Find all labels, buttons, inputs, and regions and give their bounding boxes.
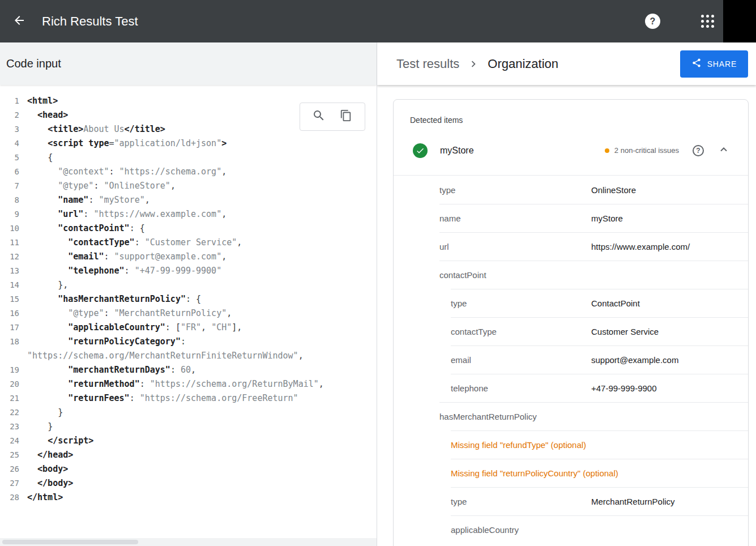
property-value: myStore [591,214,623,223]
line-number: 11 [0,236,19,250]
share-button-label: SHARE [707,59,737,69]
property-row: telephone+47-99-999-9900 [394,374,748,402]
property-key: type [439,185,455,195]
search-icon [312,109,326,125]
code-line: 25 </head> [0,448,377,462]
horizontal-scrollbar[interactable] [0,538,377,546]
code-editor[interactable]: 1<html>2 <head>3 <title>About Us</title>… [0,85,377,538]
code-panel: Code input 1<html>2 <head>3 <title>About… [0,42,377,546]
line-number: 1 [0,94,19,108]
issue-cluster: 2 non-critical issues ? [605,143,731,158]
code-line: 28</html> [0,490,377,505]
code-line: 10 "contactPoint": { [0,221,377,236]
apps-grid-icon[interactable] [701,15,714,28]
code-text: "@context": "https://schema.org", [27,165,377,179]
entity-row-mystore[interactable]: myStore 2 non-critical issues ? [394,126,748,176]
property-row: typeOnlineStore [394,176,748,204]
back-button[interactable] [8,10,31,33]
code-line: 16 "@type": "MerchantReturnPolicy", [0,306,377,321]
code-line: 20 "returnMethod": "https://schema.org/R… [0,377,377,391]
code-text: "hasMerchantReturnPolicy": { [27,292,377,306]
property-row: contactTypeCustomer Service [394,317,748,345]
property-key: name [439,214,461,223]
share-button[interactable]: SHARE [680,50,748,78]
code-text: </head> [27,448,377,462]
line-number: 21 [0,391,19,406]
property-key: hasMerchantReturnPolicy [439,412,537,421]
account-area-blackout [723,0,756,42]
code-line: 17 "applicableCountry": ["FR", "CH"], [0,321,377,335]
code-line: 26 <body> [0,462,377,476]
code-text: "@type": "OnlineStore", [27,179,377,193]
rich-results-test-app: Rich Results Test ? Code input 1<html>2 … [0,0,756,546]
line-number: 14 [0,278,19,292]
property-key: telephone [451,383,488,393]
share-icon [691,58,702,70]
property-row: namemyStore [394,204,748,232]
code-line: 23 } [0,420,377,434]
issues-summary: 2 non-critical issues [614,146,679,155]
line-number: 18 [0,335,19,363]
breadcrumb-chevron-icon [467,58,480,70]
scrollbar-thumb[interactable] [2,540,138,544]
line-number: 24 [0,434,19,448]
code-line: 9 "url": "https://www.example.com", [0,207,377,221]
code-line: 5 { [0,151,377,165]
missing-field-warning[interactable]: Missing field "returnPolicyCountry" (opt… [451,468,618,478]
line-number: 13 [0,264,19,278]
property-value: +47-99-999-9900 [591,383,657,393]
code-text: } [27,420,377,434]
code-line: 18 "returnPolicyCategory": "https://sche… [0,335,377,363]
code-line: 14 }, [0,278,377,292]
code-line: 7 "@type": "OnlineStore", [0,179,377,193]
property-value: support@example.com [591,355,678,365]
breadcrumb-test-results[interactable]: Test results [396,57,459,71]
results-header: Test results Organization SHARE [377,42,756,85]
help-outline-icon[interactable]: ? [693,145,704,156]
code-text: "applicableCountry": ["FR", "CH"], [27,321,377,335]
line-number: 20 [0,377,19,391]
line-number: 15 [0,292,19,306]
results-body: Detected items myStore 2 non-critical is… [377,85,756,546]
line-number: 23 [0,420,19,434]
code-line: 27 </body> [0,476,377,490]
property-key: contactPoint [439,270,486,280]
code-line: 21 "returnFees": "https://schema.org/Fre… [0,391,377,406]
property-key: type [451,298,467,308]
property-key: contactType [451,327,497,336]
property-value: Customer Service [591,327,659,336]
warning-row: Missing field "refundType" (optional) [394,430,748,459]
breadcrumb-organization: Organization [488,57,558,71]
warning-dot-icon [605,148,609,153]
line-number: 7 [0,179,19,193]
line-number: 4 [0,136,19,151]
property-value: OnlineStore [591,185,636,195]
code-text: "contactPoint": { [27,221,377,236]
main-split: Code input 1<html>2 <head>3 <title>About… [0,42,756,546]
line-number: 2 [0,108,19,122]
property-value: ContactPoint [591,298,640,308]
property-key: applicableCountry [451,525,519,535]
property-key: url [439,242,449,251]
section-row: hasMerchantReturnPolicy [394,402,748,430]
help-icon[interactable]: ? [645,14,660,29]
property-row: urlhttps://www.example.com/ [394,232,748,261]
copy-icon [340,109,352,124]
line-number: 17 [0,321,19,335]
line-number: 19 [0,363,19,377]
code-text: "@type": "MerchantReturnPolicy", [27,306,377,321]
copy-code-button[interactable] [337,108,355,126]
code-line: 24 </script> [0,434,377,448]
code-line: 15 "hasMerchantReturnPolicy": { [0,292,377,306]
code-line: 4 <script type="application/ld+json"> [0,136,377,151]
search-code-button[interactable] [310,108,328,126]
code-line: 19 "merchantReturnDays": 60, [0,363,377,377]
app-title: Rich Results Test [42,14,138,29]
collapse-button[interactable] [716,143,731,158]
code-toolbox [300,103,365,131]
code-text: <script type="application/ld+json"> [27,136,377,151]
code-text: } [27,406,377,420]
line-number: 3 [0,122,19,136]
missing-field-warning[interactable]: Missing field "refundType" (optional) [451,440,586,450]
detected-items-card: Detected items myStore 2 non-critical is… [393,99,749,546]
